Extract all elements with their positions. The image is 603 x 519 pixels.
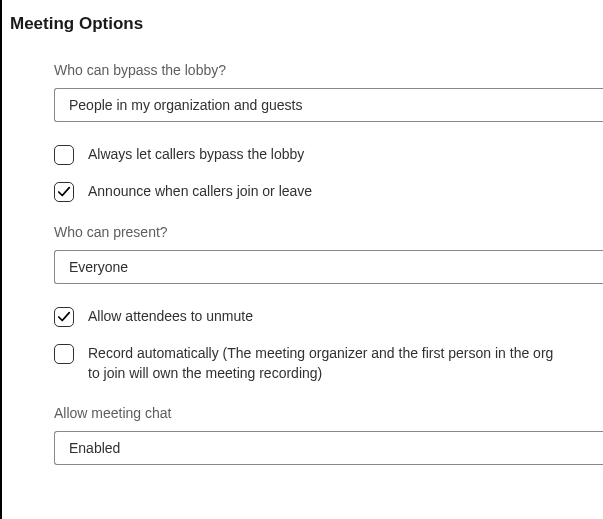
- checkbox-box: [54, 307, 74, 327]
- checkbox-box: [54, 182, 74, 202]
- checkbox-box: [54, 344, 74, 364]
- record-auto-label: Record automatically (The meeting organi…: [88, 343, 568, 383]
- bypass-callers-label: Always let callers bypass the lobby: [88, 144, 304, 164]
- meeting-options-form: Who can bypass the lobby? People in my o…: [10, 62, 603, 465]
- unmute-checkbox[interactable]: Allow attendees to unmute: [54, 306, 603, 327]
- announce-checkbox[interactable]: Announce when callers join or leave: [54, 181, 603, 202]
- lobby-bypass-value: People in my organization and guests: [69, 97, 302, 113]
- record-auto-checkbox[interactable]: Record automatically (The meeting organi…: [54, 343, 603, 383]
- checkmark-icon: [57, 185, 71, 199]
- bypass-callers-checkbox[interactable]: Always let callers bypass the lobby: [54, 144, 603, 165]
- present-label: Who can present?: [54, 224, 603, 240]
- lobby-bypass-dropdown[interactable]: People in my organization and guests: [54, 88, 603, 122]
- present-value: Everyone: [69, 259, 128, 275]
- checkbox-box: [54, 145, 74, 165]
- lobby-bypass-label: Who can bypass the lobby?: [54, 62, 603, 78]
- chat-label: Allow meeting chat: [54, 405, 603, 421]
- present-dropdown[interactable]: Everyone: [54, 250, 603, 284]
- page-title: Meeting Options: [10, 14, 603, 34]
- announce-label: Announce when callers join or leave: [88, 181, 312, 201]
- chat-dropdown[interactable]: Enabled: [54, 431, 603, 465]
- unmute-label: Allow attendees to unmute: [88, 306, 253, 326]
- chat-value: Enabled: [69, 440, 120, 456]
- checkmark-icon: [57, 310, 71, 324]
